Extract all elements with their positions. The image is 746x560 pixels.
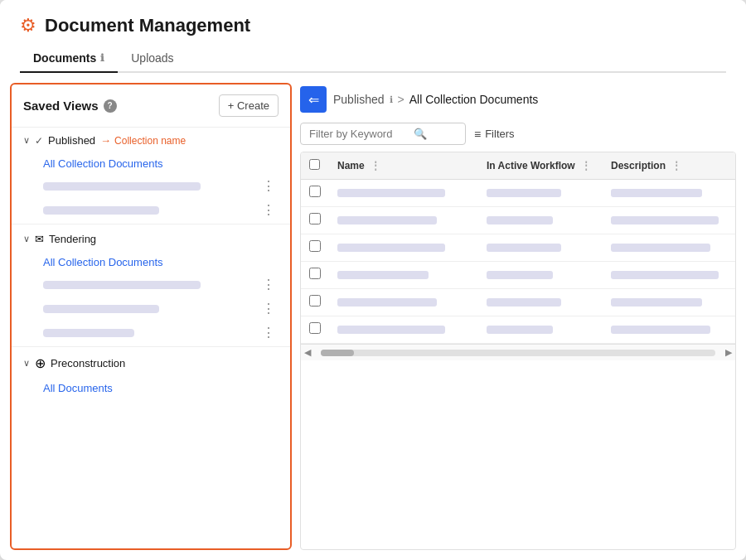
item-all-collection-docs-published[interactable]: All Collection Documents	[35, 157, 163, 170]
row-checkbox-cell[interactable]	[301, 289, 329, 316]
collection-name-preconstruction: Preconstruction	[51, 357, 125, 369]
row-checkbox-cell[interactable]	[301, 262, 329, 289]
collection-tendering-header[interactable]: ∨ ✉ Tendering	[12, 226, 290, 252]
scroll-left-arrow[interactable]: ◀	[301, 347, 314, 358]
tab-documents[interactable]: Documents ℹ	[20, 45, 118, 73]
table: Name ⋮ In Active Workflow ⋮ Description …	[301, 152, 735, 344]
documents-table: Name ⋮ In Active Workflow ⋮ Description …	[300, 152, 736, 550]
title-bar: ⚙ Document Management Documents ℹ Upload…	[0, 0, 746, 73]
table-row	[301, 207, 735, 234]
row-checkbox-cell[interactable]	[301, 316, 329, 344]
row-workflow-cell	[478, 180, 603, 207]
table-row	[301, 262, 735, 289]
collection-name-published: Published	[48, 134, 95, 147]
collection-preconstruction-header[interactable]: ∨ ⊕ Preconstruction	[12, 349, 290, 378]
col-menu-icon[interactable]: ⋮	[671, 160, 681, 171]
item-menu-icon[interactable]: ⋮	[259, 301, 279, 316]
row-checkbox[interactable]	[309, 186, 321, 197]
row-checkbox[interactable]	[309, 322, 321, 334]
tendering-items: All Collection Documents ⋮ ⋮ ⋮	[12, 252, 290, 345]
cell-placeholder	[337, 271, 429, 279]
back-button[interactable]: ⇐	[300, 86, 327, 113]
app-title: Document Management	[45, 15, 250, 36]
row-workflow-cell	[478, 262, 603, 289]
list-item[interactable]: All Documents	[35, 378, 290, 398]
row-desc-cell	[603, 262, 735, 289]
row-desc-cell	[603, 180, 735, 207]
row-checkbox-cell[interactable]	[301, 180, 329, 207]
th-name: Name ⋮	[329, 152, 478, 180]
row-name-cell	[329, 262, 478, 289]
preconstruction-items: All Documents	[12, 378, 290, 398]
cell-placeholder	[487, 298, 561, 307]
list-item: ⋮	[35, 297, 290, 321]
list-item: ⋮	[35, 174, 290, 198]
filter-icon: ≡	[474, 128, 481, 141]
row-workflow-cell	[478, 289, 603, 316]
filter-row: 🔍 ≡ Filters	[300, 123, 736, 145]
col-menu-icon[interactable]: ⋮	[371, 160, 380, 171]
collection-tendering: ∨ ✉ Tendering All Collection Documents ⋮	[12, 226, 290, 345]
cell-placeholder	[487, 244, 561, 252]
row-checkbox[interactable]	[309, 240, 321, 252]
main-content: Saved Views ? + Create ∨ ✓ Published → C…	[0, 73, 746, 560]
row-checkbox[interactable]	[309, 268, 321, 279]
row-workflow-cell	[478, 207, 603, 234]
select-all-checkbox[interactable]	[309, 159, 320, 170]
cell-placeholder	[611, 216, 719, 224]
cell-placeholder	[487, 271, 553, 279]
scroll-right-arrow[interactable]: ▶	[722, 347, 735, 358]
left-panel: Saved Views ? + Create ∨ ✓ Published → C…	[10, 83, 292, 550]
row-checkbox-cell[interactable]	[301, 234, 329, 262]
th-select-all[interactable]	[301, 152, 329, 180]
item-all-documents[interactable]: All Documents	[35, 382, 113, 394]
breadcrumb: Published ℹ > All Collection Documents	[333, 93, 538, 106]
row-checkbox[interactable]	[309, 213, 321, 224]
table-row	[301, 234, 735, 262]
item-menu-icon[interactable]: ⋮	[259, 325, 279, 340]
row-name-cell	[329, 234, 478, 262]
help-icon[interactable]: ?	[104, 99, 117, 113]
list-item: ⋮	[35, 321, 290, 345]
search-box[interactable]: 🔍	[300, 123, 466, 145]
search-input[interactable]	[309, 128, 409, 140]
list-item[interactable]: All Collection Documents	[35, 153, 290, 174]
breadcrumb-collection: Published	[333, 93, 385, 106]
collection-published-header[interactable]: ∨ ✓ Published → Collection name	[12, 128, 290, 153]
placeholder-bar	[43, 329, 134, 337]
row-checkbox[interactable]	[309, 295, 321, 307]
row-desc-cell	[603, 207, 735, 234]
tab-uploads[interactable]: Uploads	[118, 45, 186, 73]
item-menu-icon[interactable]: ⋮	[259, 202, 279, 218]
placeholder-bar	[43, 182, 201, 191]
placeholder-bar	[43, 305, 159, 313]
cell-placeholder	[611, 189, 702, 197]
list-item[interactable]: All Collection Documents	[35, 252, 290, 273]
divider	[12, 224, 290, 224]
create-button[interactable]: + Create	[219, 94, 279, 117]
cell-placeholder	[337, 326, 445, 334]
table-body	[301, 180, 735, 344]
filters-button[interactable]: ≡ Filters	[474, 128, 515, 141]
search-icon: 🔍	[414, 128, 427, 140]
cell-placeholder	[337, 244, 445, 252]
col-menu-icon[interactable]: ⋮	[581, 160, 591, 171]
table-row	[301, 289, 735, 316]
table-row	[301, 180, 735, 207]
cell-placeholder	[611, 271, 719, 279]
cell-placeholder	[487, 326, 553, 334]
cell-placeholder	[611, 244, 710, 252]
scrollbar-thumb[interactable]	[321, 350, 354, 356]
row-checkbox-cell[interactable]	[301, 207, 329, 234]
horizontal-scrollbar[interactable]: ◀ ▶	[301, 344, 735, 360]
tabs-row: Documents ℹ Uploads	[20, 45, 726, 73]
item-all-collection-docs-tendering[interactable]: All Collection Documents	[35, 256, 163, 268]
row-name-cell	[329, 289, 478, 316]
scrollbar-track[interactable]	[321, 350, 715, 356]
left-scroll-area[interactable]: ∨ ✓ Published → Collection name All Coll…	[12, 128, 290, 548]
row-workflow-cell	[478, 234, 603, 262]
gear-icon: ⚙	[20, 15, 36, 36]
globe-icon: ⊕	[35, 355, 46, 371]
item-menu-icon[interactable]: ⋮	[259, 178, 279, 194]
item-menu-icon[interactable]: ⋮	[259, 277, 279, 292]
